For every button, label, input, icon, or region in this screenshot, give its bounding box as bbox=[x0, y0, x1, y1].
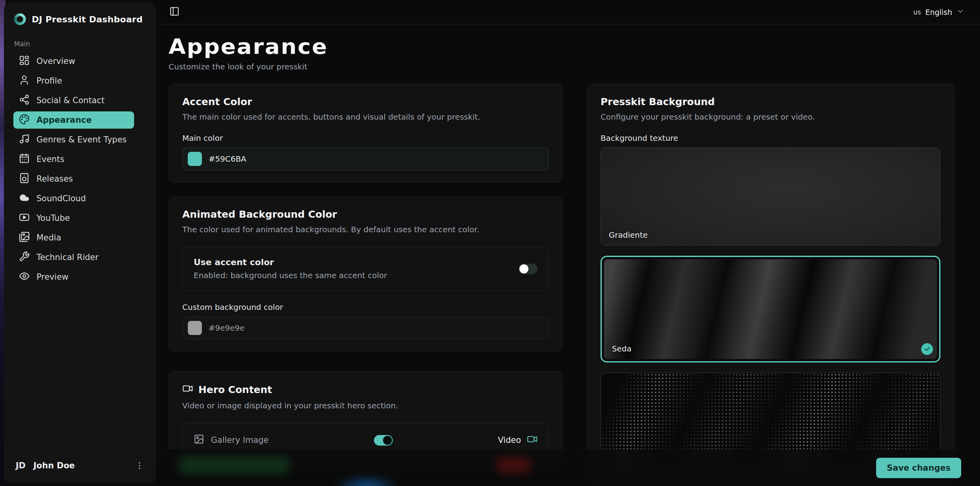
accent-color-swatch bbox=[188, 152, 202, 166]
share-icon bbox=[19, 94, 30, 107]
app-logo-icon bbox=[14, 13, 26, 25]
left-column: Appearance Customize the look of your pr… bbox=[169, 35, 563, 483]
blurred-content-blue-glow bbox=[333, 476, 400, 486]
image-icon bbox=[194, 434, 204, 446]
sidebar-item-technical-rider[interactable]: Technical Rider bbox=[13, 249, 134, 266]
youtube-icon bbox=[19, 212, 30, 225]
sidebar-item-soundcloud[interactable]: SoundCloud bbox=[13, 190, 134, 207]
main-color-input[interactable]: #59C6BA bbox=[182, 147, 549, 170]
main-area: us English Appearance Customize the look… bbox=[156, 0, 980, 486]
topbar: us English bbox=[156, 0, 980, 24]
accent-card-title: Accent Color bbox=[182, 96, 549, 107]
images-icon bbox=[19, 231, 30, 244]
custom-color-value: #9e9e9e bbox=[209, 323, 245, 333]
sidebar-item-overview[interactable]: Overview bbox=[13, 53, 134, 70]
texture-option-seda-selected[interactable]: Seda bbox=[601, 256, 940, 362]
sidebar-section-label: Main bbox=[4, 32, 156, 53]
texture-label: Seda bbox=[612, 344, 632, 353]
panel-left-icon bbox=[169, 6, 180, 18]
animated-card-description: The color used for animated backgrounds.… bbox=[182, 225, 549, 234]
user-name: John Doe bbox=[33, 461, 127, 470]
hero-card-description: Video or image displayed in your presski… bbox=[182, 401, 549, 410]
sidebar-item-releases[interactable]: Releases bbox=[13, 170, 134, 187]
sidebar-item-preview[interactable]: Preview bbox=[13, 268, 134, 286]
texture-option-gradiente[interactable]: Gradiente bbox=[601, 147, 940, 246]
sidebar-item-social-contact[interactable]: Social & Contact bbox=[13, 92, 134, 109]
sidebar-item-profile[interactable]: Profile bbox=[13, 72, 134, 89]
save-changes-button[interactable]: Save changes bbox=[876, 458, 961, 478]
language-selector[interactable]: us English bbox=[913, 7, 964, 17]
use-accent-color-texts: Use accent color Enabled: background use… bbox=[194, 257, 387, 280]
accent-color-card: Accent Color The main color used for acc… bbox=[169, 84, 563, 182]
presskit-background-card: Presskit Background Configure your press… bbox=[587, 84, 954, 483]
eye-icon bbox=[19, 271, 30, 284]
sidebar-nav: Overview Profile Social & Contact Appear… bbox=[4, 53, 156, 451]
blurred-content-green bbox=[180, 457, 289, 474]
custom-background-color-input[interactable]: #9e9e9e bbox=[182, 317, 549, 339]
calendar-icon bbox=[19, 153, 30, 166]
app-title: DJ Presskit Dashboard bbox=[32, 15, 143, 24]
animated-card-title: Animated Background Color bbox=[182, 209, 549, 220]
video-camera-icon bbox=[527, 434, 537, 446]
background-texture-label: Background texture bbox=[601, 133, 940, 143]
sidebar-item-youtube[interactable]: YouTube bbox=[13, 209, 134, 227]
seda-texture-preview bbox=[604, 259, 937, 359]
hero-media-toggle[interactable] bbox=[374, 435, 393, 446]
sidebar-user: JD John Doe bbox=[4, 451, 156, 483]
user-icon bbox=[19, 75, 30, 87]
gradiente-texture-preview bbox=[601, 148, 940, 245]
user-menu-button[interactable] bbox=[135, 461, 144, 470]
selected-check-icon bbox=[921, 343, 933, 355]
sidebar-header: DJ Presskit Dashboard bbox=[4, 2, 156, 32]
use-accent-color-title: Use accent color bbox=[194, 257, 387, 267]
blurred-content-red bbox=[497, 457, 530, 473]
cloud-icon bbox=[19, 192, 30, 205]
chevron-down-icon bbox=[956, 7, 964, 17]
video-option[interactable]: Video bbox=[498, 434, 537, 446]
gallery-image-option[interactable]: Gallery Image bbox=[194, 434, 269, 446]
user-avatar: JD bbox=[16, 461, 25, 470]
use-accent-color-toggle[interactable] bbox=[519, 264, 537, 274]
right-column: Presskit Background Configure your press… bbox=[587, 84, 954, 483]
toggle-knob bbox=[383, 436, 392, 445]
use-accent-color-row: Use accent color Enabled: background use… bbox=[182, 247, 549, 291]
sidebar-item-media[interactable]: Media bbox=[13, 229, 134, 246]
animated-background-card: Animated Background Color The color used… bbox=[169, 197, 563, 351]
sidebar: DJ Presskit Dashboard Main Overview Prof… bbox=[4, 2, 156, 483]
accent-card-description: The main color used for accents, buttons… bbox=[182, 112, 549, 122]
hero-card-title: Hero Content bbox=[182, 383, 549, 396]
sidebar-item-genres-event-types[interactable]: Genres & Event Types bbox=[13, 131, 134, 148]
app-window: DJ Presskit Dashboard Main Overview Prof… bbox=[0, 0, 980, 486]
custom-background-color-label: Custom background color bbox=[182, 302, 549, 312]
wrench-icon bbox=[19, 251, 30, 264]
language-code: us bbox=[913, 8, 921, 16]
main-color-label: Main color bbox=[182, 133, 549, 143]
language-label: English bbox=[925, 8, 952, 16]
texture-label: Gradiente bbox=[609, 230, 648, 240]
palette-icon bbox=[19, 114, 30, 127]
page-subtitle: Customize the look of your presskit bbox=[169, 62, 563, 71]
sidebar-toggle-button[interactable] bbox=[169, 6, 180, 18]
accent-color-value: #59C6BA bbox=[209, 154, 246, 164]
music-note-icon bbox=[19, 133, 30, 146]
toggle-knob bbox=[519, 264, 528, 273]
sidebar-item-appearance[interactable]: Appearance bbox=[13, 111, 134, 129]
page-content: Appearance Customize the look of your pr… bbox=[156, 24, 980, 486]
save-bar: Save changes bbox=[156, 449, 980, 486]
page-title: Appearance bbox=[169, 35, 582, 58]
background-card-description: Configure your presskit background: a pr… bbox=[601, 112, 940, 122]
sidebar-item-events[interactable]: Events bbox=[13, 151, 134, 168]
speaker-icon bbox=[19, 173, 30, 186]
video-camera-icon bbox=[182, 383, 193, 396]
dashboard-grid-icon bbox=[19, 55, 30, 68]
use-accent-color-description: Enabled: background uses the same accent… bbox=[194, 271, 387, 280]
custom-color-swatch bbox=[188, 321, 202, 335]
background-card-title: Presskit Background bbox=[601, 96, 940, 107]
